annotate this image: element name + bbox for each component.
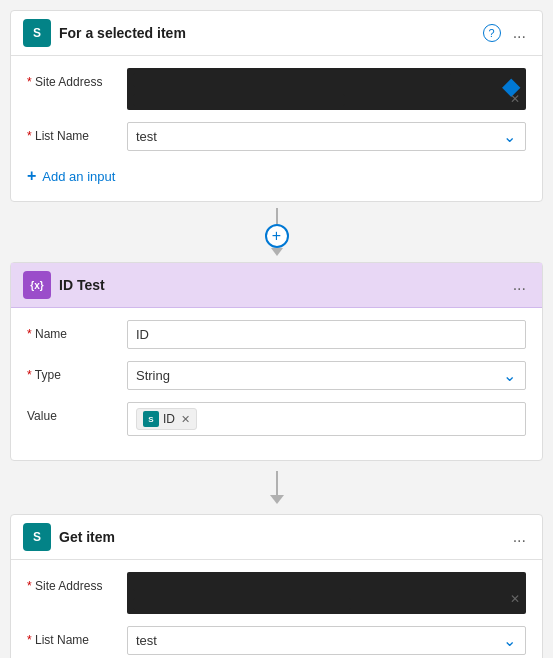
card3-redacted-line-1: [133, 577, 460, 591]
chip-icon: S: [143, 411, 159, 427]
card2-title: ID Test: [59, 277, 501, 293]
connector-line-top: [276, 208, 278, 224]
card3-list-name-row: List Name test: [27, 626, 526, 655]
list-name-select[interactable]: test: [127, 122, 526, 151]
connector-arrow: [271, 248, 283, 256]
card2-ellipsis-button[interactable]: ...: [509, 274, 530, 296]
arrow-head: [270, 495, 284, 504]
card2-actions: ...: [509, 274, 530, 296]
card-get-item: S Get item ... Site Address ✕: [10, 514, 543, 658]
card3-redacted-line-2: [133, 598, 351, 610]
add-step-button[interactable]: +: [265, 224, 289, 248]
value-control: S ID ✕: [127, 402, 526, 436]
card1-title: For a selected item: [59, 25, 475, 41]
card2-body: Name Type String Value S: [11, 308, 542, 460]
site-address-redacted[interactable]: [127, 68, 526, 110]
redacted-line-1: [133, 73, 451, 87]
card3-actions: ...: [509, 526, 530, 548]
redacted-line-2: [133, 94, 345, 106]
card1-header: S For a selected item ? ...: [11, 11, 542, 56]
site-address-control: ◆ ✕: [127, 68, 526, 110]
chip-close-button[interactable]: ✕: [181, 413, 190, 426]
site-address-row: Site Address ◆ ✕: [27, 68, 526, 110]
card3-title: Get item: [59, 529, 501, 545]
card3-site-address-redacted[interactable]: [127, 572, 526, 614]
card3-ellipsis-button[interactable]: ...: [509, 526, 530, 548]
value-tag-input[interactable]: S ID ✕: [127, 402, 526, 436]
card3-site-address-control: ✕: [127, 572, 526, 614]
list-name-select-wrapper: test: [127, 122, 526, 151]
card3-list-name-control: test: [127, 626, 526, 655]
card3-close-x-icon[interactable]: ✕: [510, 592, 520, 606]
card-id-test: {x} ID Test ... Name Type String: [10, 262, 543, 461]
name-label: Name: [27, 320, 117, 341]
card3-list-name-label: List Name: [27, 626, 117, 647]
card3-header: S Get item ...: [11, 515, 542, 560]
type-label: Type: [27, 361, 117, 382]
card-for-selected-item: S For a selected item ? ... Site Address: [10, 10, 543, 202]
card3-body: Site Address ✕ List Name test: [11, 560, 542, 658]
card1-actions: ? ...: [483, 22, 530, 44]
card2-header: {x} ID Test ...: [11, 263, 542, 308]
help-icon[interactable]: ?: [483, 24, 501, 42]
type-row: Type String: [27, 361, 526, 390]
plus-icon: +: [27, 167, 36, 185]
add-input-button[interactable]: + Add an input: [27, 163, 115, 189]
card3-site-address-row: Site Address ✕: [27, 572, 526, 614]
close-x-icon[interactable]: ✕: [510, 92, 520, 106]
card3-icon: S: [23, 523, 51, 551]
name-row: Name: [27, 320, 526, 349]
card3-site-address-label: Site Address: [27, 572, 117, 593]
name-control: [127, 320, 526, 349]
value-row: Value S ID ✕: [27, 402, 526, 436]
list-name-control: test: [127, 122, 526, 151]
arrow-line: [276, 471, 278, 495]
card1-icon: S: [23, 19, 51, 47]
card3-list-name-select-wrapper: test: [127, 626, 526, 655]
name-input[interactable]: [127, 320, 526, 349]
type-control: String: [127, 361, 526, 390]
list-name-label: List Name: [27, 122, 117, 143]
type-select[interactable]: String: [127, 361, 526, 390]
card2-icon: {x}: [23, 271, 51, 299]
card1-body: Site Address ◆ ✕ List Name test: [11, 56, 542, 201]
value-label: Value: [27, 402, 117, 423]
list-name-row: List Name test: [27, 122, 526, 151]
card3-list-name-select[interactable]: test: [127, 626, 526, 655]
card1-ellipsis-button[interactable]: ...: [509, 22, 530, 44]
site-address-label: Site Address: [27, 68, 117, 89]
id-chip: S ID ✕: [136, 408, 197, 430]
type-select-wrapper: String: [127, 361, 526, 390]
arrow-connector: [10, 461, 543, 514]
connector-1: +: [10, 202, 543, 262]
